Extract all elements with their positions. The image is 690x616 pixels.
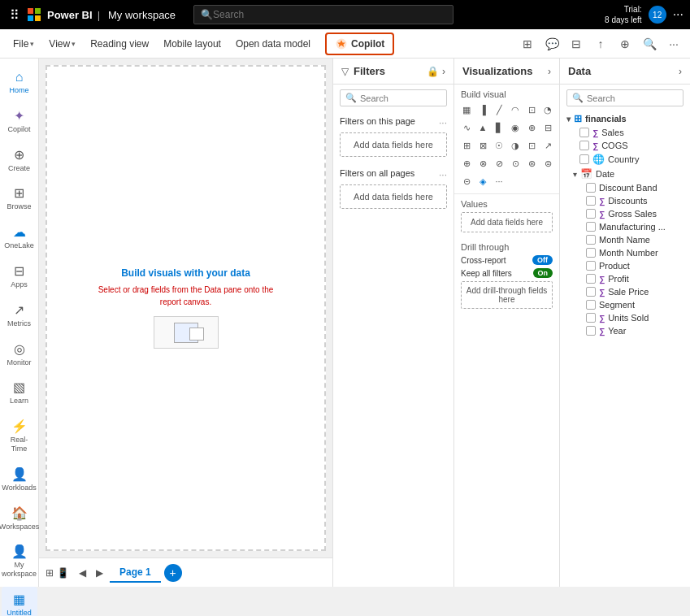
data-item-manufacturing[interactable]: Manufacturing ... xyxy=(563,220,687,233)
page-tab-1[interactable]: Page 1 xyxy=(110,563,161,583)
month-number-checkbox[interactable] xyxy=(586,248,596,258)
sale-price-checkbox[interactable] xyxy=(586,287,596,297)
discount-band-checkbox[interactable] xyxy=(586,183,596,193)
viz-bar-chart[interactable]: ▦ xyxy=(459,102,474,117)
data-item-country[interactable]: 🌐 Country xyxy=(563,152,687,167)
viz-q-a[interactable]: ⊗ xyxy=(475,156,490,171)
data-search-box[interactable]: 🔍 xyxy=(566,89,683,106)
data-item-product[interactable]: Product xyxy=(563,259,687,272)
viz-map[interactable]: ⊕ xyxy=(524,120,539,135)
viz-add-fields-btn[interactable]: Add data fields here xyxy=(461,212,553,232)
reading-view-menu[interactable]: Reading view xyxy=(84,35,155,53)
data-item-sales[interactable]: ∑ Sales xyxy=(563,126,687,139)
viz-gauge[interactable]: ◉ xyxy=(508,120,523,135)
sidebar-item-monitor[interactable]: ◎ Monitor xyxy=(2,336,37,372)
filters-search-input[interactable] xyxy=(360,93,441,103)
viz-table[interactable]: ⊞ xyxy=(459,138,474,153)
viz-azure[interactable]: ⊜ xyxy=(540,156,555,171)
viz-line-chart[interactable]: ╱ xyxy=(492,102,506,117)
data-item-gross-sales[interactable]: ∑ Gross Sales xyxy=(563,207,687,220)
data-panel-expand-icon[interactable]: › xyxy=(679,66,682,77)
viz-custom2[interactable]: ··· xyxy=(492,174,506,189)
copilot-button[interactable]: Copilot xyxy=(325,33,394,55)
sidebar-item-untitled[interactable]: ▦ Untitled report xyxy=(2,587,37,616)
data-item-units-sold[interactable]: ∑ Units Sold xyxy=(563,311,687,324)
sidebar-item-onelake[interactable]: ☁ OneLake xyxy=(2,219,37,255)
viz-expand-icon[interactable]: › xyxy=(548,66,551,77)
viz-slicer[interactable]: ⊕ xyxy=(459,156,474,171)
drill-add-fields-btn[interactable]: Add drill-through fields here xyxy=(461,281,553,309)
viz-waterfall[interactable]: ▲ xyxy=(475,120,490,135)
sidebar-item-workloads[interactable]: 👤 Workloads xyxy=(2,462,37,497)
viz-kpi[interactable]: ⊡ xyxy=(524,138,539,153)
viz-python[interactable]: ⊙ xyxy=(508,156,523,171)
filters-lock-icon[interactable]: 🔒 xyxy=(427,66,439,77)
viz-card[interactable]: ↗ xyxy=(540,138,555,153)
filters-search-box[interactable]: 🔍 xyxy=(340,89,447,106)
gross-sales-checkbox[interactable] xyxy=(586,209,596,219)
segment-checkbox[interactable] xyxy=(586,300,596,310)
product-checkbox[interactable] xyxy=(586,261,596,271)
add-filter-page-btn[interactable]: Add data fields here xyxy=(340,132,447,157)
share-icon[interactable]: ↑ xyxy=(591,34,610,54)
viz-custom1[interactable]: ◈ xyxy=(475,174,490,189)
bookmark-icon[interactable]: ⊟ xyxy=(566,34,586,54)
more-icon[interactable]: ⊕ xyxy=(615,34,635,54)
year-checkbox[interactable] xyxy=(586,326,596,336)
viz-combo[interactable]: ∿ xyxy=(459,120,474,135)
cross-report-toggle[interactable]: Off xyxy=(532,255,553,265)
viz-smart[interactable]: ⊘ xyxy=(492,156,506,171)
view-menu[interactable]: View ▾ xyxy=(42,35,82,53)
sidebar-item-learn[interactable]: ▧ Learn xyxy=(2,375,37,410)
sidebar-item-home[interactable]: ⌂ Home xyxy=(2,65,37,100)
page-prev-btn[interactable]: ◀ xyxy=(76,566,89,580)
data-item-segment[interactable]: Segment xyxy=(563,298,687,311)
keep-filters-toggle[interactable]: On xyxy=(533,268,553,278)
settings-icon[interactable]: ··· xyxy=(664,34,683,54)
manufacturing-checkbox[interactable] xyxy=(586,222,596,232)
zoom-icon[interactable]: 🔍 xyxy=(640,34,659,54)
add-filter-all-pages-btn[interactable]: Add data fields here xyxy=(340,184,447,209)
global-search-input[interactable] xyxy=(213,9,446,20)
viz-matrix[interactable]: ⊠ xyxy=(475,138,490,153)
viz-scatter[interactable]: ⊡ xyxy=(524,102,539,117)
canvas-area[interactable]: Build visuals with your data Select or d… xyxy=(46,65,326,551)
format-icon[interactable]: ⊞ xyxy=(518,34,537,54)
file-menu[interactable]: File ▾ xyxy=(7,35,41,53)
waffle-icon[interactable]: ⠿ xyxy=(7,4,23,26)
country-checkbox[interactable] xyxy=(579,154,589,164)
viz-filled-map[interactable]: ⊟ xyxy=(540,120,555,135)
viz-paginated[interactable]: ⊝ xyxy=(459,174,474,189)
sidebar-item-myworkspace[interactable]: 👤 My workspace xyxy=(2,539,37,583)
cogs-checkbox[interactable] xyxy=(579,141,589,150)
data-item-sale-price[interactable]: ∑ Sale Price xyxy=(563,285,687,298)
data-group-financials-header[interactable]: ▾ ⊞ financials xyxy=(563,111,687,126)
sidebar-item-browse[interactable]: ⊞ Browse xyxy=(2,180,37,216)
month-name-checkbox[interactable] xyxy=(586,235,596,245)
viz-r[interactable]: ⊛ xyxy=(524,156,539,171)
data-item-cogs[interactable]: ∑ COGS xyxy=(563,139,687,152)
comment-icon[interactable]: 💬 xyxy=(542,34,562,54)
data-subgroup-date-header[interactable]: ▾ 📅 Date xyxy=(563,167,687,181)
page-grid-icon[interactable]: ⊞ xyxy=(46,567,54,579)
page-mobile-icon[interactable]: 📱 xyxy=(57,567,69,579)
top-more-icon[interactable]: ··· xyxy=(673,7,683,22)
data-item-month-number[interactable]: Month Number xyxy=(563,246,687,259)
filters-on-page-dots[interactable]: ··· xyxy=(439,117,447,128)
sidebar-item-create[interactable]: ⊕ Create xyxy=(2,142,37,178)
filters-all-pages-dots[interactable]: ··· xyxy=(439,169,447,180)
viz-treemap[interactable]: ☉ xyxy=(492,138,506,153)
data-item-year[interactable]: ∑ Year xyxy=(563,324,687,337)
data-item-profit[interactable]: ∑ Profit xyxy=(563,272,687,285)
page-next-btn[interactable]: ▶ xyxy=(93,566,106,580)
global-search-box[interactable]: 🔍 xyxy=(193,5,453,24)
sidebar-item-realtime[interactable]: ⚡ Real-Time xyxy=(2,414,37,458)
filters-expand-icon[interactable]: › xyxy=(442,66,445,77)
discounts-checkbox[interactable] xyxy=(586,196,596,206)
workspace-label[interactable]: My workspace xyxy=(108,9,176,21)
data-item-discount-band[interactable]: Discount Band xyxy=(563,181,687,194)
viz-area-chart[interactable]: ◠ xyxy=(508,102,523,117)
sidebar-item-metrics[interactable]: ↗ Metrics xyxy=(2,297,37,333)
units-sold-checkbox[interactable] xyxy=(586,313,596,323)
viz-decomp[interactable]: ◑ xyxy=(508,138,523,153)
